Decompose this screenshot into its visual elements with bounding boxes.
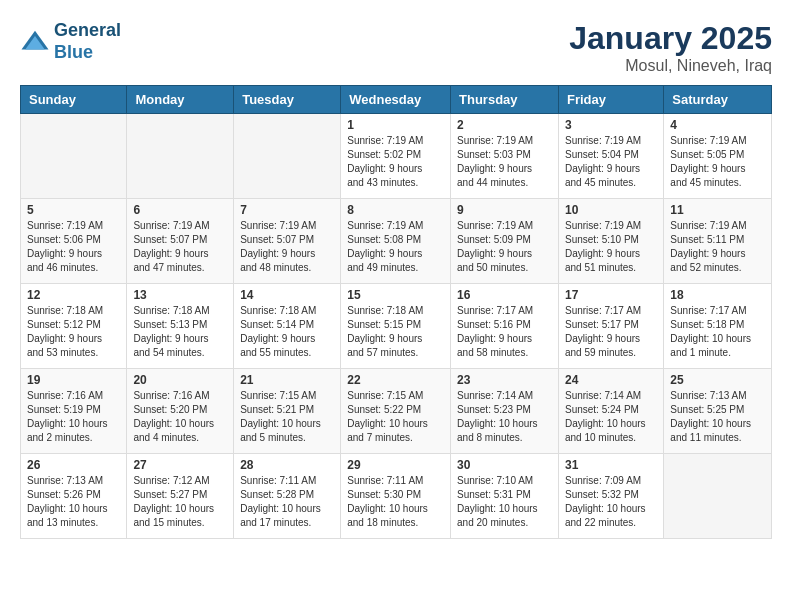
weekday-header-sunday: Sunday	[21, 86, 127, 114]
day-number: 7	[240, 203, 334, 217]
calendar-cell: 5Sunrise: 7:19 AM Sunset: 5:06 PM Daylig…	[21, 199, 127, 284]
day-info: Sunrise: 7:11 AM Sunset: 5:28 PM Dayligh…	[240, 474, 334, 530]
weekday-header-friday: Friday	[558, 86, 663, 114]
calendar-cell: 7Sunrise: 7:19 AM Sunset: 5:07 PM Daylig…	[234, 199, 341, 284]
logo-icon	[20, 27, 50, 57]
week-row-1: 1Sunrise: 7:19 AM Sunset: 5:02 PM Daylig…	[21, 114, 772, 199]
day-info: Sunrise: 7:14 AM Sunset: 5:24 PM Dayligh…	[565, 389, 657, 445]
day-number: 28	[240, 458, 334, 472]
day-info: Sunrise: 7:19 AM Sunset: 5:02 PM Dayligh…	[347, 134, 444, 190]
day-info: Sunrise: 7:16 AM Sunset: 5:20 PM Dayligh…	[133, 389, 227, 445]
day-number: 30	[457, 458, 552, 472]
calendar-cell: 30Sunrise: 7:10 AM Sunset: 5:31 PM Dayli…	[451, 454, 559, 539]
weekday-header-saturday: Saturday	[664, 86, 772, 114]
day-number: 6	[133, 203, 227, 217]
day-info: Sunrise: 7:17 AM Sunset: 5:17 PM Dayligh…	[565, 304, 657, 360]
day-info: Sunrise: 7:18 AM Sunset: 5:15 PM Dayligh…	[347, 304, 444, 360]
calendar-cell: 3Sunrise: 7:19 AM Sunset: 5:04 PM Daylig…	[558, 114, 663, 199]
day-info: Sunrise: 7:18 AM Sunset: 5:12 PM Dayligh…	[27, 304, 120, 360]
day-info: Sunrise: 7:19 AM Sunset: 5:10 PM Dayligh…	[565, 219, 657, 275]
logo-blue: Blue	[54, 42, 93, 62]
calendar-cell: 29Sunrise: 7:11 AM Sunset: 5:30 PM Dayli…	[341, 454, 451, 539]
calendar-table: SundayMondayTuesdayWednesdayThursdayFrid…	[20, 85, 772, 539]
day-info: Sunrise: 7:17 AM Sunset: 5:18 PM Dayligh…	[670, 304, 765, 360]
logo-general: General	[54, 20, 121, 40]
day-number: 3	[565, 118, 657, 132]
day-number: 15	[347, 288, 444, 302]
calendar-cell: 19Sunrise: 7:16 AM Sunset: 5:19 PM Dayli…	[21, 369, 127, 454]
day-info: Sunrise: 7:12 AM Sunset: 5:27 PM Dayligh…	[133, 474, 227, 530]
day-info: Sunrise: 7:18 AM Sunset: 5:14 PM Dayligh…	[240, 304, 334, 360]
day-number: 27	[133, 458, 227, 472]
calendar-cell: 25Sunrise: 7:13 AM Sunset: 5:25 PM Dayli…	[664, 369, 772, 454]
location: Mosul, Nineveh, Iraq	[569, 57, 772, 75]
calendar-cell: 21Sunrise: 7:15 AM Sunset: 5:21 PM Dayli…	[234, 369, 341, 454]
calendar-cell: 15Sunrise: 7:18 AM Sunset: 5:15 PM Dayli…	[341, 284, 451, 369]
weekday-header-thursday: Thursday	[451, 86, 559, 114]
logo-text: General Blue	[54, 20, 121, 63]
day-info: Sunrise: 7:17 AM Sunset: 5:16 PM Dayligh…	[457, 304, 552, 360]
day-number: 18	[670, 288, 765, 302]
calendar-cell: 1Sunrise: 7:19 AM Sunset: 5:02 PM Daylig…	[341, 114, 451, 199]
calendar-cell: 8Sunrise: 7:19 AM Sunset: 5:08 PM Daylig…	[341, 199, 451, 284]
weekday-header-row: SundayMondayTuesdayWednesdayThursdayFrid…	[21, 86, 772, 114]
day-info: Sunrise: 7:19 AM Sunset: 5:11 PM Dayligh…	[670, 219, 765, 275]
calendar-cell: 12Sunrise: 7:18 AM Sunset: 5:12 PM Dayli…	[21, 284, 127, 369]
day-number: 11	[670, 203, 765, 217]
calendar-cell: 6Sunrise: 7:19 AM Sunset: 5:07 PM Daylig…	[127, 199, 234, 284]
calendar-cell: 31Sunrise: 7:09 AM Sunset: 5:32 PM Dayli…	[558, 454, 663, 539]
calendar-cell	[127, 114, 234, 199]
calendar-cell: 16Sunrise: 7:17 AM Sunset: 5:16 PM Dayli…	[451, 284, 559, 369]
calendar-cell: 26Sunrise: 7:13 AM Sunset: 5:26 PM Dayli…	[21, 454, 127, 539]
day-number: 20	[133, 373, 227, 387]
calendar-cell: 20Sunrise: 7:16 AM Sunset: 5:20 PM Dayli…	[127, 369, 234, 454]
day-number: 21	[240, 373, 334, 387]
day-number: 1	[347, 118, 444, 132]
day-info: Sunrise: 7:18 AM Sunset: 5:13 PM Dayligh…	[133, 304, 227, 360]
calendar-cell: 13Sunrise: 7:18 AM Sunset: 5:13 PM Dayli…	[127, 284, 234, 369]
day-info: Sunrise: 7:13 AM Sunset: 5:25 PM Dayligh…	[670, 389, 765, 445]
day-number: 16	[457, 288, 552, 302]
calendar-cell: 22Sunrise: 7:15 AM Sunset: 5:22 PM Dayli…	[341, 369, 451, 454]
day-number: 17	[565, 288, 657, 302]
day-number: 10	[565, 203, 657, 217]
calendar-cell: 4Sunrise: 7:19 AM Sunset: 5:05 PM Daylig…	[664, 114, 772, 199]
day-number: 14	[240, 288, 334, 302]
day-number: 2	[457, 118, 552, 132]
logo: General Blue	[20, 20, 121, 63]
day-info: Sunrise: 7:09 AM Sunset: 5:32 PM Dayligh…	[565, 474, 657, 530]
calendar-cell: 10Sunrise: 7:19 AM Sunset: 5:10 PM Dayli…	[558, 199, 663, 284]
day-number: 26	[27, 458, 120, 472]
week-row-5: 26Sunrise: 7:13 AM Sunset: 5:26 PM Dayli…	[21, 454, 772, 539]
weekday-header-wednesday: Wednesday	[341, 86, 451, 114]
calendar-cell: 27Sunrise: 7:12 AM Sunset: 5:27 PM Dayli…	[127, 454, 234, 539]
day-number: 8	[347, 203, 444, 217]
day-info: Sunrise: 7:11 AM Sunset: 5:30 PM Dayligh…	[347, 474, 444, 530]
day-info: Sunrise: 7:15 AM Sunset: 5:22 PM Dayligh…	[347, 389, 444, 445]
day-number: 4	[670, 118, 765, 132]
day-info: Sunrise: 7:19 AM Sunset: 5:04 PM Dayligh…	[565, 134, 657, 190]
day-number: 31	[565, 458, 657, 472]
day-info: Sunrise: 7:19 AM Sunset: 5:07 PM Dayligh…	[133, 219, 227, 275]
day-info: Sunrise: 7:19 AM Sunset: 5:07 PM Dayligh…	[240, 219, 334, 275]
day-number: 25	[670, 373, 765, 387]
calendar-cell: 2Sunrise: 7:19 AM Sunset: 5:03 PM Daylig…	[451, 114, 559, 199]
calendar-cell: 9Sunrise: 7:19 AM Sunset: 5:09 PM Daylig…	[451, 199, 559, 284]
day-info: Sunrise: 7:13 AM Sunset: 5:26 PM Dayligh…	[27, 474, 120, 530]
calendar-cell: 18Sunrise: 7:17 AM Sunset: 5:18 PM Dayli…	[664, 284, 772, 369]
calendar-cell	[21, 114, 127, 199]
day-info: Sunrise: 7:19 AM Sunset: 5:03 PM Dayligh…	[457, 134, 552, 190]
calendar-cell: 28Sunrise: 7:11 AM Sunset: 5:28 PM Dayli…	[234, 454, 341, 539]
day-number: 5	[27, 203, 120, 217]
day-number: 9	[457, 203, 552, 217]
day-number: 13	[133, 288, 227, 302]
calendar-cell: 14Sunrise: 7:18 AM Sunset: 5:14 PM Dayli…	[234, 284, 341, 369]
calendar-cell	[234, 114, 341, 199]
day-number: 12	[27, 288, 120, 302]
day-number: 29	[347, 458, 444, 472]
calendar-cell: 17Sunrise: 7:17 AM Sunset: 5:17 PM Dayli…	[558, 284, 663, 369]
calendar-cell	[664, 454, 772, 539]
week-row-2: 5Sunrise: 7:19 AM Sunset: 5:06 PM Daylig…	[21, 199, 772, 284]
day-info: Sunrise: 7:10 AM Sunset: 5:31 PM Dayligh…	[457, 474, 552, 530]
calendar-cell: 23Sunrise: 7:14 AM Sunset: 5:23 PM Dayli…	[451, 369, 559, 454]
